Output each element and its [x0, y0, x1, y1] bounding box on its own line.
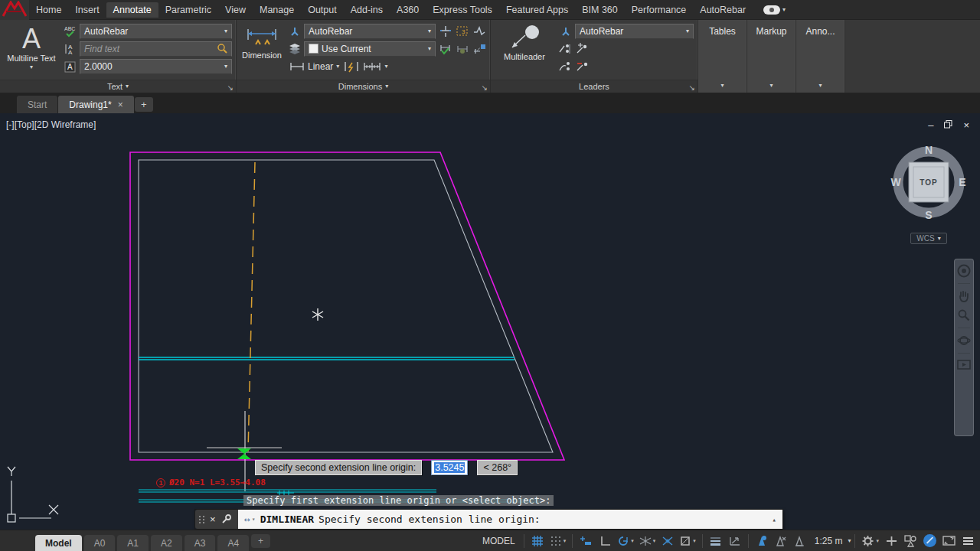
compass-east[interactable]: E — [959, 176, 965, 188]
text-align-icon[interactable]: A A — [63, 41, 77, 56]
viewcube[interactable]: TOP N W E S — [890, 144, 965, 221]
tab-bim360[interactable]: BIM 360 — [575, 2, 625, 18]
text-height-dropdown[interactable]: 2.0000 ▾ — [80, 59, 232, 74]
tab-parametric[interactable]: Parametric — [158, 2, 218, 18]
drag-handle[interactable] — [199, 516, 205, 523]
tab-autorebar[interactable]: AutoRebar — [693, 2, 753, 18]
orbit-icon[interactable] — [957, 334, 971, 347]
pan-icon[interactable] — [957, 289, 971, 303]
panel-annotation-scaling[interactable]: Anno... ▾ — [796, 20, 845, 93]
dialog-launcher-icon[interactable]: ↘ — [482, 84, 488, 92]
linear-dimension-button[interactable]: Linear ▾ — [287, 58, 341, 74]
tab-featured-apps[interactable]: Featured Apps — [499, 2, 575, 18]
tab-addins[interactable]: Add-ins — [344, 2, 390, 18]
compass-north[interactable]: N — [925, 144, 933, 156]
chevron-down-icon[interactable]: ▾ — [653, 538, 656, 543]
app-logo[interactable] — [0, 0, 29, 20]
quick-dimension-icon[interactable] — [344, 59, 358, 73]
dim-break-icon[interactable] — [438, 24, 452, 38]
layout-tab-model[interactable]: Model — [35, 535, 82, 551]
compass-south[interactable]: S — [925, 209, 932, 221]
close-icon[interactable]: × — [210, 514, 216, 525]
chevron-down-icon[interactable]: ▾ — [564, 538, 567, 543]
inner-edge-polyline[interactable] — [139, 160, 553, 452]
chevron-down-icon[interactable]: ▾ — [631, 538, 634, 543]
tab-insert[interactable]: Insert — [68, 2, 106, 18]
annotation-visibility-toggle[interactable] — [753, 532, 771, 550]
zoom-icon[interactable] — [957, 308, 971, 322]
command-line[interactable]: × ↔▾ DIMLINEAR Specify second extension … — [195, 510, 782, 529]
text-height-icon[interactable]: A — [63, 59, 77, 73]
leader-align-icon[interactable] — [558, 59, 573, 73]
leader-insert-icon[interactable] — [575, 41, 590, 56]
layout-tab-a1[interactable]: A1 — [117, 535, 149, 551]
annotation-scale-button[interactable] — [791, 532, 809, 550]
dim-override-icon[interactable] — [455, 41, 469, 56]
graphics-performance-toggle[interactable] — [920, 532, 939, 550]
layout-tab-a2[interactable]: A2 — [151, 535, 182, 551]
dim-reassociate-icon[interactable] — [472, 41, 486, 56]
centerline-dashed[interactable] — [248, 162, 255, 452]
snap-mode-toggle[interactable] — [577, 532, 595, 550]
customize-wrench-icon[interactable] — [220, 514, 231, 525]
dim-style-dropdown[interactable]: AutoRebar ▾ — [304, 24, 436, 39]
isolate-objects-button[interactable] — [901, 532, 920, 550]
dim-adjust-space-icon[interactable]: 3 — [455, 24, 469, 38]
dim-update-icon[interactable] — [438, 41, 452, 56]
dialog-launcher-icon[interactable]: ↘ — [227, 84, 234, 92]
leader-add-icon[interactable] — [558, 41, 573, 56]
showmotion-icon[interactable] — [957, 359, 971, 371]
rebar-annotation-label[interactable]: 1 Ø20 N=1 L=3.55→4.08 — [156, 478, 266, 487]
navigation-wheel-icon[interactable] — [957, 264, 971, 278]
file-tab-drawing1[interactable]: Drawing1* × — [58, 96, 133, 113]
tab-output[interactable]: Output — [301, 2, 344, 18]
object-snap-toggle[interactable]: ▾ — [678, 532, 698, 550]
mleader-style-dropdown[interactable]: AutoRebar ▾ — [575, 24, 694, 39]
clean-screen-button[interactable] — [939, 532, 958, 550]
dynamic-input-angle-field[interactable]: < 268° — [477, 460, 518, 475]
file-tab-start[interactable]: Start — [17, 96, 57, 113]
tab-home[interactable]: Home — [29, 2, 68, 18]
close-icon[interactable]: × — [118, 99, 123, 110]
multiline-text-button[interactable]: A Multiline Text ▾ — [4, 23, 59, 80]
wcs-dropdown[interactable]: WCS ▾ — [910, 233, 947, 244]
annotation-scale-value[interactable]: 1:25 m — [810, 536, 848, 546]
object-snap-tracking-toggle[interactable] — [658, 532, 677, 550]
minimize-icon[interactable]: – — [928, 119, 933, 131]
selection-cycling-toggle[interactable] — [726, 532, 744, 550]
tab-performance[interactable]: Performance — [625, 2, 694, 18]
lineweight-toggle[interactable] — [707, 532, 725, 550]
layout-tab-a0[interactable]: A0 — [84, 535, 116, 551]
grid-toggle[interactable] — [528, 532, 547, 550]
model-space-button[interactable]: MODEL — [478, 536, 520, 546]
check-spelling-icon[interactable]: ABC — [63, 24, 77, 38]
panel-text-footer[interactable]: Text ▾ ↘ — [0, 80, 236, 93]
restore-icon[interactable] — [944, 119, 952, 131]
layout-tab-a3[interactable]: A3 — [185, 535, 216, 551]
multileader-button[interactable]: Multileader — [495, 23, 554, 80]
drawing-area[interactable]: Y TOP N W E S [-][Top][2D Wireframe] – ×… — [0, 113, 980, 530]
command-input[interactable]: ↔▾ DIMLINEAR Specify second extension li… — [238, 510, 782, 529]
annotation-monitor-toggle[interactable] — [882, 532, 900, 550]
polar-tracking-toggle[interactable]: ▾ — [615, 532, 636, 550]
dialog-launcher-icon[interactable]: ↘ — [689, 84, 695, 92]
customization-button[interactable] — [959, 532, 977, 550]
tab-annotate[interactable]: Annotate — [106, 2, 158, 18]
snap-grid-toggle[interactable]: ▾ — [547, 532, 569, 550]
compass-west[interactable]: W — [890, 176, 901, 188]
panel-tables[interactable]: Tables ▾ — [698, 20, 747, 93]
ortho-toggle[interactable] — [596, 532, 614, 550]
panel-leaders-footer[interactable]: Leaders ↘ — [491, 80, 697, 93]
dim-jogged-icon[interactable] — [472, 24, 486, 38]
annotation-autoscale-toggle[interactable] — [772, 532, 790, 550]
tab-view[interactable]: View — [218, 2, 253, 18]
find-text-input[interactable]: Find text — [80, 41, 232, 57]
isodraft-toggle[interactable]: ▾ — [637, 532, 658, 550]
navigation-bar[interactable] — [954, 259, 974, 436]
close-icon[interactable]: × — [963, 119, 969, 131]
search-icon[interactable] — [217, 43, 227, 55]
text-style-dropdown[interactable]: AutoRebar ▾ — [80, 24, 232, 39]
recent-commands-icon[interactable]: ▴ — [773, 516, 776, 523]
viewcube-face-top[interactable]: TOP — [920, 178, 937, 187]
boundary-polyline[interactable] — [130, 152, 564, 460]
